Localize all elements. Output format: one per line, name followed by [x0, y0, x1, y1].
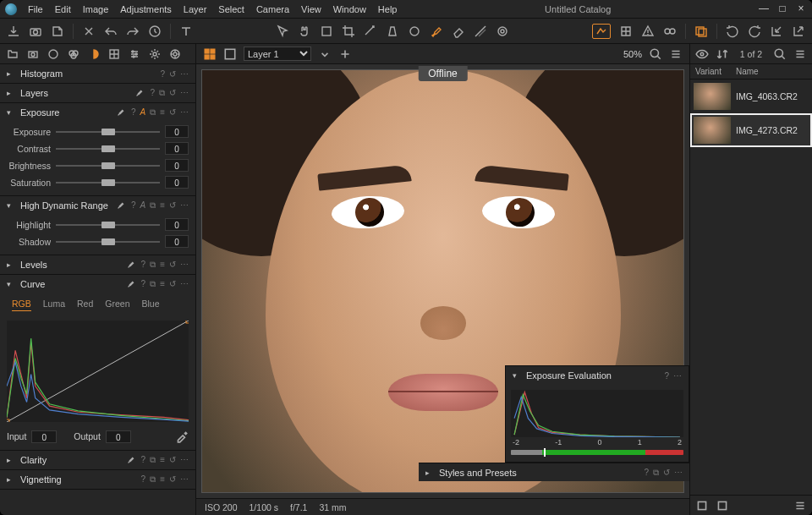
tool-title[interactable]: Levels: [20, 260, 121, 270]
slider-value[interactable]: 0: [165, 176, 189, 189]
tab-library-icon[interactable]: [7, 48, 19, 60]
menu-icon[interactable]: ⋯: [180, 260, 189, 270]
slider-track[interactable]: [56, 221, 160, 229]
chevron-down-icon[interactable]: ▾: [7, 108, 15, 117]
brush-icon[interactable]: [430, 25, 443, 38]
tab-lens-icon[interactable]: [47, 48, 59, 60]
col-name[interactable]: Name: [736, 67, 812, 76]
redo-icon[interactable]: [126, 25, 140, 38]
menu-select[interactable]: Select: [212, 3, 250, 16]
tab-output-icon[interactable]: [169, 48, 181, 60]
copy-icon[interactable]: ⧉: [150, 474, 156, 485]
tab-color-icon[interactable]: [68, 48, 80, 60]
tag-icon[interactable]: [716, 499, 729, 512]
eye-icon[interactable]: [695, 47, 709, 61]
tool-title[interactable]: Styles and Presets: [439, 468, 639, 478]
copy-icon[interactable]: ⧉: [150, 455, 156, 465]
move-in-icon[interactable]: [770, 25, 783, 38]
curve-graph[interactable]: [7, 321, 189, 422]
tab-meta-icon[interactable]: [149, 48, 161, 60]
menu-icon[interactable]: ⋯: [180, 88, 189, 98]
cancel-icon[interactable]: [82, 25, 96, 38]
proof-icon[interactable]: [663, 25, 677, 38]
tool-title[interactable]: Vignetting: [20, 474, 136, 485]
sort-icon[interactable]: [716, 47, 729, 61]
slider-value[interactable]: 0: [165, 235, 189, 248]
tool-title[interactable]: Exposure: [20, 107, 111, 118]
menu-icon[interactable]: ⋯: [674, 468, 683, 478]
rating-icon[interactable]: [695, 499, 709, 512]
reset-icon[interactable]: ↺: [169, 107, 176, 118]
menu-icon[interactable]: ⋯: [180, 474, 189, 485]
tool-title[interactable]: Clarity: [20, 455, 121, 465]
menu-icon[interactable]: ⋯: [180, 107, 189, 118]
chevron-down-icon[interactable]: ▾: [7, 201, 15, 210]
chevron-right-icon[interactable]: ▸: [7, 475, 15, 484]
tab-detail-icon[interactable]: [108, 48, 120, 60]
tool-title[interactable]: High Dynamic Range: [20, 200, 111, 211]
export-icon[interactable]: [51, 25, 64, 38]
menu-layer[interactable]: Layer: [178, 3, 213, 16]
zoom-menu-icon[interactable]: [669, 47, 683, 61]
pointer-icon[interactable]: [276, 25, 289, 38]
auto-icon[interactable]: A: [140, 107, 145, 118]
tool-title[interactable]: Curve: [20, 279, 121, 289]
zoom-value[interactable]: 50%: [623, 49, 642, 59]
reset-icon[interactable]: ↺: [169, 455, 176, 465]
exposure-eval-scale[interactable]: -2-1012: [511, 443, 683, 457]
filter-menu-icon[interactable]: [793, 47, 807, 61]
col-variant[interactable]: Variant: [690, 67, 736, 76]
menu-icon[interactable]: ⋯: [673, 371, 682, 381]
erase-icon[interactable]: [452, 25, 465, 38]
exposure-pointer[interactable]: [544, 448, 546, 457]
window-max-button[interactable]: □: [776, 3, 788, 15]
tab-exposure-icon[interactable]: [88, 48, 100, 60]
menu-adjustments[interactable]: Adjustments: [114, 3, 178, 16]
menu-icon[interactable]: ⋯: [180, 455, 189, 465]
rotate-cw-icon[interactable]: [748, 25, 761, 38]
chevron-right-icon[interactable]: ▸: [425, 468, 434, 477]
menu-edit[interactable]: Edit: [49, 3, 77, 16]
curve-tab-luma[interactable]: Luma: [43, 299, 65, 311]
thumbnail-size-icon[interactable]: [793, 499, 807, 512]
help-icon[interactable]: ?: [644, 468, 649, 478]
add-layer-icon[interactable]: [338, 47, 352, 61]
chevron-right-icon[interactable]: ▸: [7, 456, 15, 464]
zoom-search-icon[interactable]: [649, 47, 662, 61]
grid-icon[interactable]: [619, 25, 633, 38]
copy-icon[interactable]: ⧉: [150, 200, 156, 211]
slider-track[interactable]: [56, 145, 160, 153]
menu-icon[interactable]: ⋯: [180, 200, 189, 211]
reset-icon[interactable]: ↺: [169, 260, 176, 270]
reset-icon[interactable]: ↺: [169, 200, 176, 211]
chevron-right-icon[interactable]: ▸: [7, 89, 15, 97]
slider-track[interactable]: [56, 178, 160, 187]
image-canvas[interactable]: Offline ▾ Exposure Evaluation ?⋯ -2-1012: [196, 64, 689, 498]
menu-image[interactable]: Image: [77, 3, 115, 16]
window-min-button[interactable]: —: [758, 3, 770, 15]
text-annotation-icon[interactable]: [179, 25, 193, 38]
help-icon[interactable]: ?: [160, 69, 165, 79]
copy-icon[interactable]: ⧉: [159, 88, 165, 98]
grid-view-icon[interactable]: [203, 47, 217, 61]
preset-icon[interactable]: ≡: [160, 474, 165, 485]
crop-icon[interactable]: [342, 25, 355, 38]
search-icon[interactable]: [773, 47, 787, 61]
browser-item[interactable]: IMG_4063.CR2: [690, 79, 812, 113]
move-out-icon[interactable]: [792, 25, 805, 38]
reset-icon[interactable]: ↺: [663, 468, 670, 478]
straighten-icon[interactable]: [364, 25, 377, 38]
keystone-icon[interactable]: [386, 25, 399, 38]
browser-item[interactable]: IMG_4273.CR2: [690, 113, 812, 147]
radial-icon[interactable]: [496, 25, 509, 38]
help-icon[interactable]: ?: [141, 474, 146, 485]
slider-value[interactable]: 0: [165, 159, 189, 172]
curve-input-value[interactable]: 0: [31, 430, 57, 443]
slider-value[interactable]: 0: [165, 218, 189, 231]
menu-file[interactable]: File: [22, 3, 49, 16]
chevron-down-icon[interactable]: ▾: [513, 371, 521, 380]
import-icon[interactable]: [7, 25, 20, 38]
gradient-icon[interactable]: [474, 25, 487, 38]
help-icon[interactable]: ?: [141, 260, 146, 270]
menu-icon[interactable]: ⋯: [180, 279, 189, 289]
